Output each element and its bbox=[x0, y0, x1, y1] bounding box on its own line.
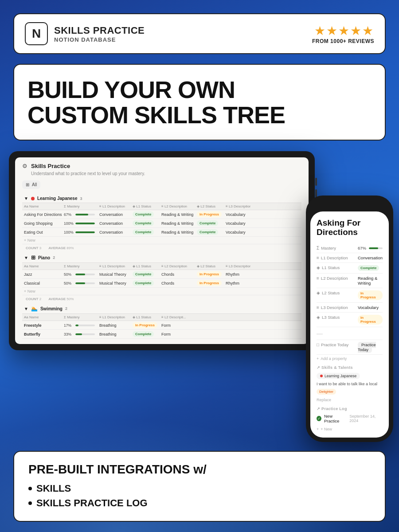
cell-l1desc: Conversation bbox=[98, 220, 131, 227]
cell-name: Asking For Directions bbox=[22, 211, 62, 218]
col-l2desc: ≡ L2 Descripti... bbox=[160, 314, 195, 321]
col-mastery: Σ Mastery bbox=[62, 263, 98, 270]
cell-mastery: 100% bbox=[62, 220, 98, 227]
prop-value-l1desc: Conversation bbox=[358, 255, 383, 260]
cell-l2status: Complete bbox=[195, 219, 224, 227]
table-row[interactable]: Eating Out 100% Conversation Complete Re… bbox=[22, 228, 301, 237]
header-right: ★★★★★ FROM 1000+ REVIEWS bbox=[312, 23, 374, 44]
practice-log-entry[interactable]: ✓ New Practice September 14, 2024 bbox=[317, 412, 383, 425]
list-icon: ≡ bbox=[317, 276, 319, 281]
cell-l1status: Complete bbox=[131, 228, 160, 236]
prop-value-l2status: In Progress bbox=[358, 290, 383, 300]
swimming-icon: 🏊 bbox=[31, 305, 38, 312]
cell-l1status: Complete bbox=[131, 330, 160, 338]
prop-label-l2desc: ≡ L2 Description bbox=[317, 276, 354, 281]
cell-l2status: Complete bbox=[195, 228, 224, 236]
plus-icon: + bbox=[317, 356, 319, 361]
view-toggle[interactable]: ⊞ All bbox=[22, 180, 40, 189]
status-icon: ◈ bbox=[317, 290, 320, 295]
cell-l1desc: Musical Theory bbox=[98, 280, 131, 287]
prop-value-l3status: In Progress bbox=[358, 315, 383, 325]
table-row[interactable]: Asking For Directions 67% Conversation C… bbox=[22, 210, 301, 219]
prop-label-practice: □ Practice Today bbox=[317, 342, 354, 347]
prop-value-practice[interactable]: Practice Today bbox=[358, 342, 383, 352]
phone-content: Asking For Directions Σ Mastery 67% ≡ bbox=[310, 214, 389, 438]
header-left: N SKILLS PRACTICE NOTION DATABASE bbox=[25, 22, 145, 45]
log-new-button[interactable]: + + New bbox=[317, 425, 383, 433]
col-l2desc: ≡ L2 Description bbox=[160, 203, 195, 210]
cell-l3desc: Rhythm bbox=[224, 280, 250, 287]
col-l1status: ◈ L1 Status bbox=[131, 203, 160, 210]
table-row[interactable]: Going Shopping 100% Conversation Complet… bbox=[22, 219, 301, 228]
col-l1status: ◈ L1 Status bbox=[131, 314, 160, 321]
new-row-piano[interactable]: + New bbox=[22, 288, 301, 295]
header-text: SKILLS PRACTICE NOTION DATABASE bbox=[54, 25, 145, 43]
star-rating: ★★★★★ bbox=[312, 23, 374, 38]
col-l3desc: ≡ L3 Description bbox=[224, 263, 250, 270]
prop-skills-relation[interactable]: Learning Japanese I want to be able to t… bbox=[317, 371, 383, 397]
table-row[interactable]: Butterfly 33% Breathing Complete Form bbox=[22, 330, 301, 339]
prop-l2status: ◈ L2 Status In Progress bbox=[317, 288, 383, 303]
cell-l2status: In Progress bbox=[195, 270, 224, 278]
col-l2status: ◈ L2 Status bbox=[195, 263, 224, 270]
add-property[interactable]: + Add a property bbox=[317, 355, 383, 363]
log-date: September 14, 2024 bbox=[349, 414, 383, 423]
collapse-icon: ▼ bbox=[24, 255, 28, 260]
app-title: Skills Practice bbox=[31, 163, 70, 169]
prop-label-l3desc: ≡ L3 Description bbox=[317, 305, 354, 310]
cell-l1desc: Breathing bbox=[98, 322, 131, 329]
prop-label-l1desc: ≡ L1 Description bbox=[317, 255, 354, 260]
col-l2status: ◈ L2 Status bbox=[195, 203, 224, 210]
view-label: All bbox=[32, 182, 37, 187]
bottom-list: SKILLS SKILLS PRACTICE LOG bbox=[28, 481, 371, 510]
prop-label-mastery: Σ Mastery bbox=[317, 246, 354, 250]
collapse-icon: ▼ bbox=[24, 196, 28, 201]
prop-label-l1status: ◈ L1 Status bbox=[317, 265, 354, 270]
cell-mastery: 33% bbox=[62, 331, 98, 338]
cell-mastery: 67% bbox=[62, 211, 98, 218]
col-mastery: Σ Mastery bbox=[62, 203, 98, 210]
status-icon: ◈ bbox=[317, 265, 320, 270]
group-dot-japanese bbox=[31, 197, 35, 200]
phone-page-title: Asking For Directions bbox=[317, 219, 383, 237]
prop-label-l2status: ◈ L2 Status bbox=[317, 290, 354, 295]
cell-mastery: 17% bbox=[62, 322, 98, 329]
col-name: Aa Name bbox=[22, 203, 62, 210]
cell-mastery: 100% bbox=[62, 229, 98, 236]
group-header-piano[interactable]: ▼ ⊞ Piano 2 bbox=[22, 252, 301, 262]
relation-dot bbox=[320, 375, 323, 377]
cell-name: Going Shopping bbox=[22, 220, 62, 227]
group-footer-japanese: COUNT 3 AVERAGE 89% bbox=[22, 244, 301, 252]
table-row[interactable]: Freestyle 17% Breathing In Progress Form bbox=[22, 321, 301, 330]
col-name: Aa Name bbox=[22, 263, 62, 270]
cell-l1desc: Conversation bbox=[98, 229, 131, 236]
table-row[interactable]: Classical 50% Musical Theory Complete Ch… bbox=[22, 279, 301, 288]
cell-l1status: Complete bbox=[131, 279, 160, 287]
cell-l2status: In Progress bbox=[195, 210, 224, 219]
cell-l2desc: Reading & Writing bbox=[160, 229, 195, 236]
group-name-japanese: Learning Japanese bbox=[37, 196, 78, 201]
col-headers-japanese: Aa Name Σ Mastery ≡ L1 Description ◈ L1 … bbox=[22, 203, 301, 210]
prop-value-l3desc: Vocabulary bbox=[358, 305, 383, 310]
practice-log-section-label: ↗ Practice Log bbox=[317, 404, 383, 412]
cell-l1status: Complete bbox=[131, 219, 160, 227]
replace-label[interactable]: Replace bbox=[317, 397, 383, 404]
group-count-japanese: 3 bbox=[80, 196, 82, 201]
new-row-japanese[interactable]: + New bbox=[22, 237, 301, 244]
prop-mastery-value: 67% bbox=[358, 246, 383, 250]
cell-l2desc: Form bbox=[160, 331, 195, 338]
group-header-japanese[interactable]: ▼ Learning Japanese 3 bbox=[22, 193, 301, 203]
cell-name: Freestyle bbox=[22, 322, 62, 329]
group-name-swimming: Swimming bbox=[40, 306, 63, 311]
prop-l1status: ◈ L1 Status Complete bbox=[317, 263, 383, 274]
group-header-swimming[interactable]: ▼ 🏊 Swimming 2 bbox=[22, 303, 301, 313]
table-row[interactable]: Jazz 50% Musical Theory Complete Chords … bbox=[22, 270, 301, 279]
prop-l1desc: ≡ L1 Description Conversation bbox=[317, 253, 383, 263]
col-l1desc: ≡ L1 Description bbox=[98, 203, 131, 210]
phone-screen: Asking For Directions Σ Mastery 67% ≡ bbox=[310, 211, 389, 438]
cell-name: Eating Out bbox=[22, 229, 62, 236]
relation-tag[interactable]: Learning Japanese bbox=[317, 373, 360, 379]
log-entry-label: New Practice bbox=[324, 414, 347, 423]
list-item: SKILLS bbox=[28, 481, 371, 496]
header-title: SKILLS PRACTICE bbox=[54, 25, 145, 36]
